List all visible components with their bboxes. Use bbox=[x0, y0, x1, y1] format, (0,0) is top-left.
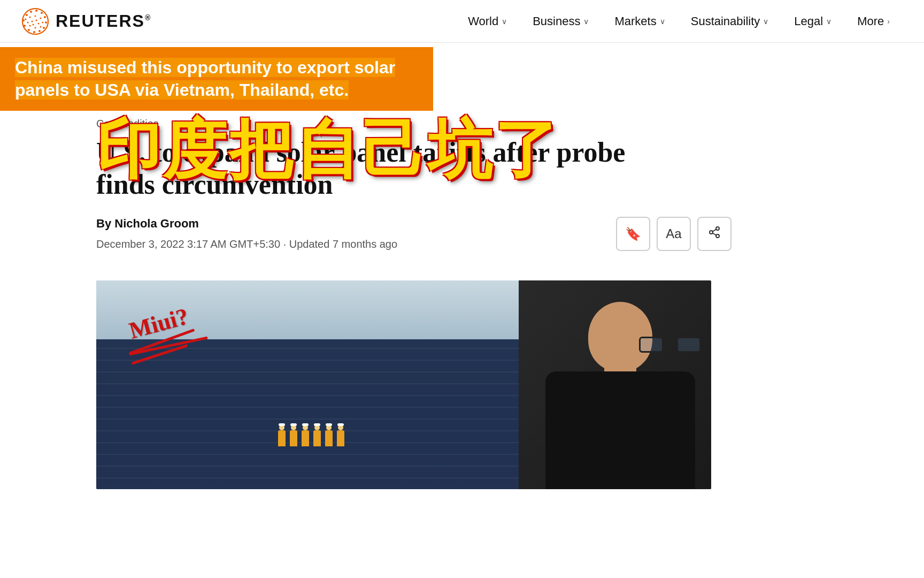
sustainability-chevron-icon: ∨ bbox=[763, 17, 768, 26]
more-chevron-icon: › bbox=[887, 17, 890, 26]
worker-2 bbox=[290, 430, 297, 446]
reuters-globe-icon bbox=[21, 7, 49, 35]
author-line: By Nichola Groom bbox=[96, 217, 397, 231]
nav-sustainability[interactable]: Sustainability ∨ bbox=[678, 10, 782, 33]
svg-point-4 bbox=[35, 10, 37, 12]
svg-point-20 bbox=[35, 27, 36, 28]
svg-point-22 bbox=[27, 21, 29, 23]
worker-4 bbox=[313, 430, 321, 446]
svg-point-3 bbox=[30, 11, 32, 13]
svg-line-31 bbox=[713, 230, 717, 232]
svg-point-24 bbox=[36, 19, 37, 21]
business-chevron-icon: ∨ bbox=[583, 17, 589, 26]
glasses-left bbox=[639, 337, 664, 353]
svg-point-16 bbox=[35, 15, 36, 17]
svg-point-15 bbox=[29, 16, 31, 18]
worker-3 bbox=[302, 430, 309, 446]
svg-point-25 bbox=[38, 22, 40, 24]
action-buttons: 🔖 Aa bbox=[616, 217, 732, 251]
date-line: December 3, 2022 3:17 AM GMT+5:30 · Upda… bbox=[96, 238, 397, 250]
svg-point-12 bbox=[24, 25, 26, 27]
svg-point-17 bbox=[40, 17, 42, 19]
presenter-head bbox=[588, 302, 652, 371]
svg-point-23 bbox=[32, 20, 33, 22]
svg-point-21 bbox=[29, 25, 31, 26]
presenter-body bbox=[545, 371, 695, 489]
bookmark-button[interactable]: 🔖 bbox=[616, 217, 650, 251]
workers-area bbox=[278, 430, 344, 446]
svg-point-18 bbox=[42, 21, 44, 23]
nav-world[interactable]: World ∨ bbox=[455, 10, 520, 33]
nav-markets[interactable]: Markets ∨ bbox=[602, 10, 677, 33]
worker-6 bbox=[337, 430, 344, 446]
glasses-bridge bbox=[667, 346, 673, 347]
svg-point-1 bbox=[22, 9, 48, 34]
svg-point-14 bbox=[25, 18, 27, 20]
chinese-text-overlay: 印度把自己坑了 bbox=[96, 107, 560, 194]
svg-point-11 bbox=[28, 29, 30, 31]
svg-point-13 bbox=[22, 19, 25, 21]
svg-point-5 bbox=[41, 12, 43, 14]
nav-more[interactable]: More › bbox=[844, 10, 903, 33]
svg-point-6 bbox=[44, 16, 46, 18]
bookmark-icon: 🔖 bbox=[625, 226, 641, 241]
legal-chevron-icon: ∨ bbox=[826, 17, 831, 26]
font-size-button[interactable]: Aa bbox=[657, 217, 691, 251]
svg-point-7 bbox=[45, 21, 47, 24]
meta-row: By Nichola Groom December 3, 2022 3:17 A… bbox=[96, 217, 828, 265]
nav-business[interactable]: Business ∨ bbox=[520, 10, 602, 33]
logo-area: REUTERS® bbox=[21, 7, 151, 35]
reuters-logo-text: REUTERS® bbox=[56, 11, 151, 31]
svg-point-9 bbox=[38, 30, 41, 32]
font-icon: Aa bbox=[666, 226, 681, 241]
highlight-box: China misused this opportunity to export… bbox=[0, 47, 433, 111]
worker-5 bbox=[325, 430, 333, 446]
annotation-overlay: Miui? bbox=[128, 307, 209, 356]
markets-chevron-icon: ∨ bbox=[660, 17, 665, 26]
svg-point-8 bbox=[43, 27, 45, 29]
author-meta: By Nichola Groom December 3, 2022 3:17 A… bbox=[96, 217, 397, 265]
glasses-right bbox=[676, 337, 701, 353]
svg-line-30 bbox=[713, 233, 717, 235]
nav-legal[interactable]: Legal ∨ bbox=[781, 10, 844, 33]
world-chevron-icon: ∨ bbox=[502, 17, 507, 26]
svg-point-19 bbox=[40, 26, 42, 27]
navbar: REUTERS® World ∨ Business ∨ Markets ∨ Su… bbox=[0, 0, 924, 43]
svg-point-2 bbox=[26, 14, 28, 16]
share-button[interactable] bbox=[697, 217, 732, 251]
highlight-text: China misused this opportunity to export… bbox=[15, 58, 395, 100]
article-image: Miui? bbox=[96, 280, 711, 489]
svg-point-26 bbox=[33, 24, 34, 25]
worker-1 bbox=[278, 430, 286, 446]
presenter-overlay bbox=[519, 280, 711, 489]
nav-links: World ∨ Business ∨ Markets ∨ Sustainabil… bbox=[455, 10, 903, 33]
svg-point-10 bbox=[33, 31, 35, 33]
presenter-glasses bbox=[639, 337, 701, 353]
share-icon bbox=[708, 226, 721, 241]
presenter-face bbox=[540, 291, 700, 484]
